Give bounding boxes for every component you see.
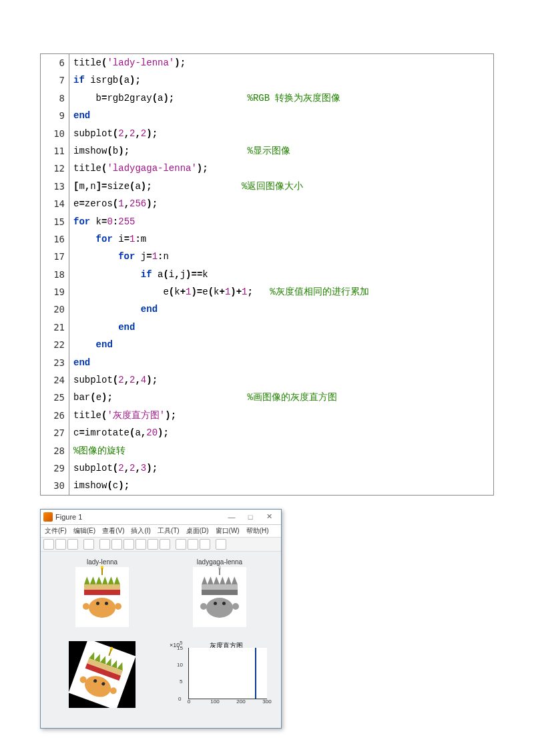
line-number: 10 (41, 125, 69, 142)
toolbar-separator (212, 539, 214, 548)
close-button[interactable]: ✕ (260, 512, 278, 521)
code-line: imshow(c); (69, 477, 494, 495)
line-number: 7 (41, 71, 69, 89)
line-number: 27 (41, 424, 69, 441)
toolbar-pan-icon[interactable] (123, 539, 134, 550)
ytick: 15 (177, 644, 183, 650)
code-line: %图像的旋转 (69, 442, 494, 459)
subplot-1: lady-lenna (46, 558, 158, 636)
code-line: for k=0:255 (69, 213, 494, 230)
ytick: 5 (180, 679, 182, 685)
line-number: 9 (41, 107, 69, 124)
code-line: e=zeros(1,256); (69, 195, 494, 212)
line-number: 21 (41, 319, 69, 336)
line-number: 17 (41, 248, 69, 265)
code-line: e(k+1)=e(k+1)+1; %灰度值相同的进行累加 (69, 283, 494, 301)
maximize-button[interactable]: □ (241, 513, 260, 521)
toolbar-separator (172, 539, 174, 548)
toolbar-separator (95, 539, 98, 548)
line-number: 13 (41, 178, 69, 195)
line-number: 24 (41, 371, 69, 389)
line-number: 11 (41, 142, 69, 160)
code-line: title('灰度直方图'); (69, 407, 494, 424)
xtick: 200 (236, 699, 245, 705)
toolbar-datatip-icon[interactable] (148, 539, 158, 550)
toolbar (41, 538, 281, 552)
code-line: subplot(2,2,3); (69, 459, 494, 477)
line-number: 26 (41, 407, 69, 424)
line-number: 6 (41, 54, 69, 72)
code-line: for i=1:m (69, 230, 494, 248)
subplot2-title: ladygaga-lenna (197, 558, 242, 566)
toolbar-brush-icon[interactable] (160, 539, 170, 550)
chart-axes: 0 5 10 15 0 100 200 300 (188, 648, 267, 699)
menu-view[interactable]: 查看(V) (102, 526, 124, 536)
toolbar-colorbar-icon[interactable] (188, 539, 198, 550)
code-listing-table: 6title('lady-lenna');7if isrgb(a);8 b=rg… (40, 53, 494, 496)
matlab-icon (43, 512, 53, 522)
toolbar-separator (79, 539, 82, 548)
minimize-button[interactable]: — (222, 513, 241, 521)
line-number: 14 (41, 195, 69, 212)
line-number: 28 (41, 442, 69, 459)
toolbar-pointer-icon[interactable] (83, 539, 94, 550)
code-line: end (69, 319, 494, 336)
subplot-3 (46, 641, 158, 719)
code-line: imshow(b); %显示图像 (69, 142, 494, 160)
menu-desktop[interactable]: 桌面(D) (186, 526, 209, 536)
image-rotated (69, 641, 136, 708)
line-number: 8 (41, 89, 69, 107)
menu-file[interactable]: 文件(F) (45, 526, 67, 536)
toolbar-legend-icon[interactable] (200, 539, 210, 550)
line-number: 25 (41, 389, 69, 406)
line-number: 30 (41, 477, 69, 495)
code-line: for j=1:n (69, 248, 494, 265)
toolbar-plottools-icon[interactable] (216, 539, 226, 550)
subplot-4: ×105 灰度直方图 0 5 10 15 0 100 200 300 (164, 641, 276, 719)
xtick: 100 (210, 699, 219, 705)
subplot-2: ladygaga-lenna (164, 558, 276, 636)
toolbar-print-icon[interactable] (67, 539, 78, 550)
code-line: end (69, 354, 494, 371)
line-number: 18 (41, 266, 69, 283)
ytick: 10 (177, 662, 183, 668)
menu-insert[interactable]: 插入(I) (131, 526, 150, 536)
code-line: [m,n]=size(a); %返回图像大小 (69, 178, 494, 195)
ytick: 0 (178, 695, 181, 701)
line-number: 23 (41, 354, 69, 371)
figure-body: lady-lenna ladygaga-lenna (41, 552, 281, 728)
toolbar-zoomin-icon[interactable] (99, 539, 110, 550)
line-number: 16 (41, 230, 69, 248)
matlab-figure-window: Figure 1 — □ ✕ 文件(F) 编辑(E) 查看(V) 插入(I) 工… (40, 509, 282, 729)
menu-tools[interactable]: 工具(T) (158, 526, 180, 536)
code-line: if isrgb(a); (69, 71, 494, 89)
image-ladygaga-lenna (193, 567, 246, 627)
code-line: title('ladygaga-lenna'); (69, 160, 494, 177)
subplot1-title: lady-lenna (87, 558, 117, 566)
histogram-chart: ×105 灰度直方图 0 5 10 15 0 100 200 300 (170, 641, 270, 711)
window-titlebar: Figure 1 — □ ✕ (41, 510, 281, 525)
toolbar-save-icon[interactable] (55, 539, 66, 550)
menubar: 文件(F) 编辑(E) 查看(V) 插入(I) 工具(T) 桌面(D) 窗口(W… (41, 525, 281, 538)
image-lady-lenna (75, 567, 129, 627)
window-title: Figure 1 (55, 513, 222, 521)
code-line: end (69, 301, 494, 318)
code-line: b=rgb2gray(a); %RGB 转换为灰度图像 (69, 89, 494, 107)
line-number: 12 (41, 160, 69, 177)
toolbar-new-icon[interactable] (43, 539, 54, 550)
toolbar-rotate-icon[interactable] (136, 539, 146, 550)
menu-window[interactable]: 窗口(W) (216, 526, 240, 536)
toolbar-zoomout-icon[interactable] (111, 539, 122, 550)
code-line: end (69, 336, 494, 353)
toolbar-link-icon[interactable] (176, 539, 186, 550)
xtick: 300 (262, 699, 271, 705)
code-line: bar(e); %画图像的灰度直方图 (69, 389, 494, 406)
code-line: if a(i,j)==k (69, 266, 494, 283)
menu-edit[interactable]: 编辑(E) (73, 526, 95, 536)
code-line: subplot(2,2,2); (69, 125, 494, 142)
menu-help[interactable]: 帮助(H) (246, 526, 269, 536)
document-page: 6title('lady-lenna');7if isrgb(a);8 b=rg… (0, 0, 534, 755)
code-line: title('lady-lenna'); (69, 54, 494, 72)
line-number: 15 (41, 213, 69, 230)
code-line: c=imrotate(a,20); (69, 424, 494, 441)
